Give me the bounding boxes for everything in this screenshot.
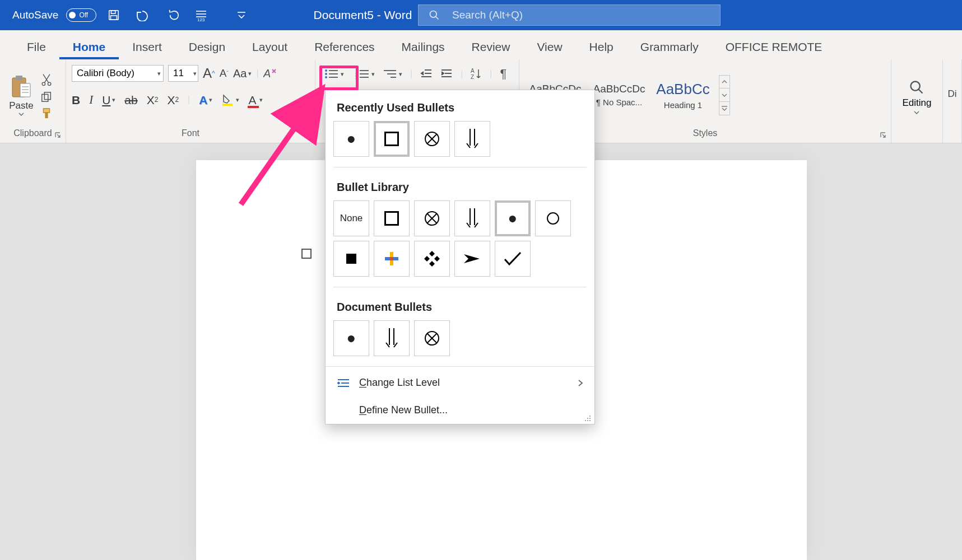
tab-review[interactable]: Review <box>458 35 524 59</box>
bullet-down-arrows[interactable] <box>454 121 490 157</box>
tab-file[interactable]: File <box>13 35 59 59</box>
italic-button[interactable]: I <box>89 94 93 106</box>
bullet-circle-x[interactable] <box>414 200 450 236</box>
bullet-color-plus[interactable] <box>374 241 410 277</box>
autosave-toggle[interactable]: Off <box>66 8 96 22</box>
underline-button[interactable]: U▾ <box>102 94 115 106</box>
styles-group-label: Styles <box>693 128 718 138</box>
tab-insert[interactable]: Insert <box>119 35 175 59</box>
increase-indent-button[interactable] <box>440 68 453 80</box>
shrink-font-button[interactable]: Aˇ <box>220 67 229 80</box>
clear-formatting-button[interactable]: A <box>263 66 278 81</box>
styles-expand-icon[interactable] <box>719 102 729 115</box>
format-painter-icon[interactable] <box>40 107 53 120</box>
search-input[interactable]: Search (Alt+Q) <box>418 4 721 26</box>
bullet-down-arrows[interactable] <box>454 200 490 236</box>
bullet-down-arrows[interactable] <box>374 320 410 356</box>
save-icon[interactable] <box>108 9 120 21</box>
strikethrough-button[interactable]: ab <box>124 94 137 106</box>
qat-customize-icon[interactable] <box>235 9 248 21</box>
styles-scroll[interactable] <box>719 75 730 115</box>
chevron-up-icon[interactable] <box>719 76 729 89</box>
style-no-spacing[interactable]: AaBbCcDc ¶ No Spac... <box>589 75 649 115</box>
autonum-icon[interactable]: 123 <box>195 9 211 21</box>
bullet-circle-x[interactable] <box>414 320 450 356</box>
tab-office-remote[interactable]: OFFICE REMOTE <box>712 35 836 59</box>
bullets-button[interactable]: ▾ <box>321 66 347 82</box>
redo-icon[interactable] <box>168 9 180 21</box>
undo-icon[interactable] <box>134 9 154 21</box>
text-effects-button[interactable]: A▾ <box>199 94 212 106</box>
bullet-none[interactable]: None <box>333 200 369 236</box>
list-level-icon <box>337 378 350 388</box>
svg-point-63 <box>547 213 559 224</box>
dialog-launcher-icon[interactable] <box>304 132 312 139</box>
bullets-dropdown-panel: Recently Used Bullets ● Bullet Library N… <box>325 90 595 424</box>
bullet-hollow-circle[interactable] <box>535 200 571 236</box>
svg-line-51 <box>919 89 923 93</box>
quick-access-toolbar: 123 <box>108 9 248 21</box>
tab-help[interactable]: Help <box>576 35 627 59</box>
chevron-down-icon[interactable] <box>719 88 729 102</box>
bullet-filled-circle[interactable]: ● <box>495 200 531 236</box>
cut-icon[interactable] <box>40 73 53 87</box>
copy-icon[interactable] <box>40 90 53 104</box>
show-marks-button[interactable]: ¶ <box>500 67 506 81</box>
svg-rect-21 <box>44 92 50 99</box>
svg-text:A: A <box>471 68 475 74</box>
bullet-circle-x[interactable] <box>414 121 450 157</box>
svg-rect-20 <box>42 94 48 101</box>
tab-references[interactable]: References <box>301 35 388 59</box>
svg-point-75 <box>589 416 591 417</box>
bullet-hollow-square[interactable] <box>374 121 410 157</box>
bold-button[interactable]: B <box>72 94 80 106</box>
style-heading-1[interactable]: AaBbCc Heading 1 <box>653 75 713 115</box>
chevron-down-icon <box>18 113 24 116</box>
svg-point-26 <box>325 69 327 72</box>
svg-text:Z: Z <box>471 74 474 80</box>
change-case-button[interactable]: Aa▾ <box>233 67 252 80</box>
svg-text:A: A <box>263 67 271 80</box>
superscript-button[interactable]: X2 <box>167 94 179 106</box>
subscript-button[interactable]: X2 <box>147 94 159 106</box>
tab-grammarly[interactable]: Grammarly <box>627 35 712 59</box>
paste-button[interactable]: Paste <box>6 74 37 116</box>
resize-grip-icon[interactable] <box>584 415 591 422</box>
tab-layout[interactable]: Layout <box>239 35 301 59</box>
tab-design[interactable]: Design <box>175 35 239 59</box>
autosave-label: AutoSave <box>12 9 58 21</box>
font-color-button[interactable]: A▾ <box>248 94 263 106</box>
bullet-four-diamonds[interactable] <box>414 241 450 277</box>
truncated-group-label[interactable]: Di <box>947 88 956 100</box>
svg-point-17 <box>48 82 50 85</box>
dialog-launcher-icon[interactable] <box>880 132 887 139</box>
multilevel-list-button[interactable]: ▾ <box>383 68 402 80</box>
tab-home[interactable]: Home <box>59 35 119 59</box>
tab-view[interactable]: View <box>523 35 575 59</box>
tab-mailings[interactable]: Mailings <box>388 35 458 59</box>
font-size-select[interactable]: 11 ▾ <box>168 65 198 82</box>
sort-button[interactable]: AZ <box>471 68 482 80</box>
svg-point-79 <box>587 420 588 421</box>
svg-rect-2 <box>111 16 117 20</box>
define-new-bullet-menu[interactable]: Define New Bullet... <box>326 396 594 424</box>
dialog-launcher-icon[interactable] <box>54 132 62 139</box>
bullet-arrowhead[interactable] <box>454 241 490 277</box>
bullet-checkmark[interactable] <box>495 241 531 277</box>
bullet-filled-circle[interactable]: ● <box>333 320 369 356</box>
bullet-filled-circle[interactable]: ● <box>333 121 369 157</box>
chevron-down-icon: ▾ <box>157 70 161 77</box>
svg-text:123: 123 <box>197 17 205 21</box>
document-title: Document5 - Word <box>314 8 412 22</box>
svg-point-28 <box>325 76 327 78</box>
change-list-level-menu[interactable]: Change List Level <box>326 369 594 396</box>
highlight-button[interactable]: ▾ <box>221 93 239 106</box>
svg-point-50 <box>911 81 920 90</box>
numbering-button[interactable]: 123 ▾ <box>355 68 375 80</box>
editing-button[interactable]: Editing <box>903 76 932 114</box>
font-name-select[interactable]: Calibri (Body) ▾ <box>72 65 164 82</box>
decrease-indent-button[interactable] <box>420 68 433 80</box>
grow-font-button[interactable]: A^ <box>203 66 215 81</box>
bullet-filled-square[interactable] <box>333 241 369 277</box>
bullet-hollow-square[interactable] <box>374 200 410 236</box>
